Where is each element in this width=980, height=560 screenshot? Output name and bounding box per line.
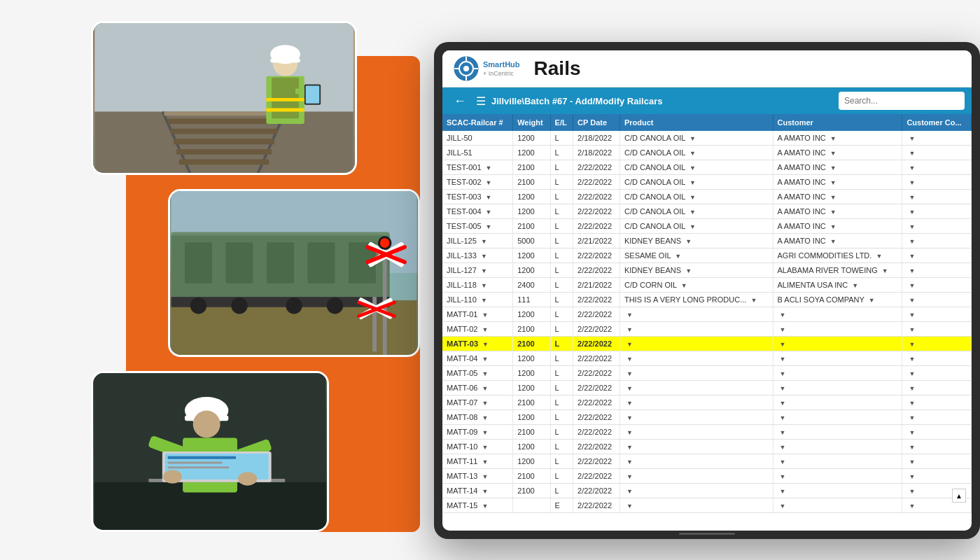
dropdown-arrow[interactable]: ▼ <box>482 444 488 451</box>
cell-customer2[interactable]: ▼ <box>902 131 972 146</box>
cell-customer[interactable]: ▼ <box>773 484 902 498</box>
cell-scac[interactable]: MATT-05 ▼ <box>442 366 513 381</box>
customer2-dropdown-arrow[interactable]: ▼ <box>909 370 915 377</box>
dropdown-arrow[interactable]: ▼ <box>481 297 487 304</box>
customer2-dropdown-arrow[interactable]: ▼ <box>909 238 915 245</box>
product-dropdown-arrow[interactable]: ▼ <box>685 238 692 245</box>
cell-product[interactable]: ▼ <box>620 351 773 366</box>
cell-customer[interactable]: A AMATO INC ▼ <box>773 146 902 160</box>
customer-dropdown-arrow[interactable]: ▼ <box>852 282 858 289</box>
dropdown-arrow[interactable]: ▼ <box>481 267 487 274</box>
cell-scac[interactable]: MATT-01 ▼ <box>442 307 513 322</box>
cell-customer[interactable]: ALIMENTA USA INC ▼ <box>773 278 902 293</box>
dropdown-arrow[interactable]: ▼ <box>482 341 489 348</box>
table-row[interactable]: JILL-133 ▼ 1200 L 2/22/2022 SESAME OIL ▼… <box>442 248 972 263</box>
cell-customer2[interactable]: ▼ <box>902 204 972 219</box>
cell-scac[interactable]: JILL-133 ▼ <box>442 248 513 263</box>
table-row[interactable]: MATT-02 ▼ 2100 L 2/22/2022 ▼ ▼ ▼ <box>442 322 972 337</box>
customer-dropdown-arrow[interactable]: ▼ <box>830 238 836 245</box>
cell-scac[interactable]: MATT-07 ▼ <box>442 396 513 410</box>
cell-customer[interactable]: AGRI COMMODITIES LTD. ▼ <box>773 248 902 263</box>
customer2-dropdown-arrow[interactable]: ▼ <box>909 473 915 480</box>
cell-product[interactable]: C/D CANOLA OIL ▼ <box>620 204 773 219</box>
cell-scac[interactable]: JILL-110 ▼ <box>442 293 513 307</box>
cell-scac[interactable]: TEST-003 ▼ <box>442 190 513 204</box>
customer2-dropdown-arrow[interactable]: ▼ <box>909 312 915 318</box>
customer-dropdown-arrow[interactable]: ▼ <box>780 503 786 510</box>
cell-scac[interactable]: JILL-51 <box>442 146 513 160</box>
product-dropdown-arrow[interactable]: ▼ <box>626 503 633 510</box>
cell-product[interactable]: ▼ <box>620 337 773 351</box>
cell-customer[interactable]: ▼ <box>773 366 902 381</box>
cell-customer[interactable]: ▼ <box>773 351 902 366</box>
customer-dropdown-arrow[interactable]: ▼ <box>882 267 888 274</box>
cell-product[interactable]: ▼ <box>620 322 773 337</box>
menu-button[interactable]: ☰ <box>476 94 486 108</box>
cell-customer2[interactable]: ▼ <box>902 278 972 293</box>
customer2-dropdown-arrow[interactable]: ▼ <box>909 135 915 142</box>
cell-scac[interactable]: MATT-10 ▼ <box>442 440 513 454</box>
cell-product[interactable]: C/D CANOLA OIL ▼ <box>620 146 773 160</box>
table-row[interactable]: JILL-51 1200 L 2/18/2022 C/D CANOLA OIL … <box>442 146 972 160</box>
customer2-dropdown-arrow[interactable]: ▼ <box>909 150 915 157</box>
cell-customer[interactable]: ▼ <box>773 440 902 454</box>
product-dropdown-arrow[interactable]: ▼ <box>685 267 692 274</box>
cell-customer[interactable]: A AMATO INC ▼ <box>773 204 902 219</box>
customer-dropdown-arrow[interactable]: ▼ <box>780 488 786 495</box>
product-dropdown-arrow[interactable]: ▼ <box>626 488 633 495</box>
cell-customer[interactable]: ▼ <box>773 454 902 469</box>
cell-product[interactable]: ▼ <box>620 381 773 396</box>
customer-dropdown-arrow[interactable]: ▼ <box>830 179 836 186</box>
cell-customer2[interactable]: ▼ <box>902 248 972 263</box>
customer2-dropdown-arrow[interactable]: ▼ <box>909 385 915 392</box>
customer2-dropdown-arrow[interactable]: ▼ <box>909 488 915 495</box>
table-row[interactable]: MATT-01 ▼ 1200 L 2/22/2022 ▼ ▼ ▼ <box>442 307 972 322</box>
product-dropdown-arrow[interactable]: ▼ <box>690 209 696 216</box>
cell-scac[interactable]: TEST-002 ▼ <box>442 175 513 190</box>
dropdown-arrow[interactable]: ▼ <box>482 429 488 436</box>
product-dropdown-arrow[interactable]: ▼ <box>675 253 681 260</box>
dropdown-arrow[interactable]: ▼ <box>482 370 488 377</box>
table-row[interactable]: TEST-005 ▼ 2100 L 2/22/2022 C/D CANOLA O… <box>442 219 972 234</box>
customer-dropdown-arrow[interactable]: ▼ <box>830 209 836 216</box>
cell-product[interactable]: SESAME OIL ▼ <box>620 248 773 263</box>
table-row[interactable]: JILL-118 ▼ 2400 L 2/21/2022 C/D CORN OIL… <box>442 278 972 293</box>
customer-dropdown-arrow[interactable]: ▼ <box>830 194 836 201</box>
cell-product[interactable]: ▼ <box>620 484 773 498</box>
cell-customer2[interactable]: ▼ <box>902 234 972 248</box>
cell-customer[interactable]: ▼ <box>773 425 902 440</box>
cell-customer[interactable]: ▼ <box>773 337 902 351</box>
customer2-dropdown-arrow[interactable]: ▼ <box>909 179 915 186</box>
table-row[interactable]: MATT-07 ▼ 2100 L 2/22/2022 ▼ ▼ ▼ <box>442 396 972 410</box>
cell-scac[interactable]: MATT-09 ▼ <box>442 425 513 440</box>
customer-dropdown-arrow[interactable]: ▼ <box>780 473 786 480</box>
customer2-dropdown-arrow[interactable]: ▼ <box>909 253 915 260</box>
cell-customer2[interactable]: ▼ <box>902 146 972 160</box>
cell-customer[interactable]: A AMATO INC ▼ <box>773 160 902 175</box>
product-dropdown-arrow[interactable]: ▼ <box>626 370 633 377</box>
table-row[interactable]: MATT-04 ▼ 1200 L 2/22/2022 ▼ ▼ ▼ <box>442 351 972 366</box>
product-dropdown-arrow[interactable]: ▼ <box>626 458 633 465</box>
cell-customer[interactable]: ▼ <box>773 469 902 484</box>
cell-product[interactable]: ▼ <box>620 425 773 440</box>
cell-scac[interactable]: JILL-50 <box>442 131 513 146</box>
table-row[interactable]: MATT-08 ▼ 1200 L 2/22/2022 ▼ ▼ ▼ <box>442 410 972 425</box>
customer-dropdown-arrow[interactable]: ▼ <box>780 356 786 363</box>
cell-customer2[interactable]: ▼ <box>902 160 972 175</box>
dropdown-arrow[interactable]: ▼ <box>482 414 488 421</box>
product-dropdown-arrow[interactable]: ▼ <box>626 326 633 333</box>
cell-product[interactable]: ▼ <box>620 469 773 484</box>
dropdown-arrow[interactable]: ▼ <box>486 164 492 172</box>
customer-dropdown-arrow[interactable]: ▼ <box>780 400 786 407</box>
dropdown-arrow[interactable]: ▼ <box>481 238 487 245</box>
cell-customer2[interactable]: ▼ <box>902 366 972 381</box>
customer-dropdown-arrow[interactable]: ▼ <box>780 385 786 392</box>
dropdown-arrow[interactable]: ▼ <box>482 473 488 480</box>
back-button[interactable]: ← <box>449 92 470 110</box>
dropdown-arrow[interactable]: ▼ <box>481 253 487 260</box>
customer2-dropdown-arrow[interactable]: ▼ <box>909 458 915 465</box>
cell-product[interactable]: C/D CANOLA OIL ▼ <box>620 175 773 190</box>
cell-scac[interactable]: TEST-001 ▼ <box>442 160 513 175</box>
customer-dropdown-arrow[interactable]: ▼ <box>830 135 836 142</box>
dropdown-arrow[interactable]: ▼ <box>482 400 488 407</box>
